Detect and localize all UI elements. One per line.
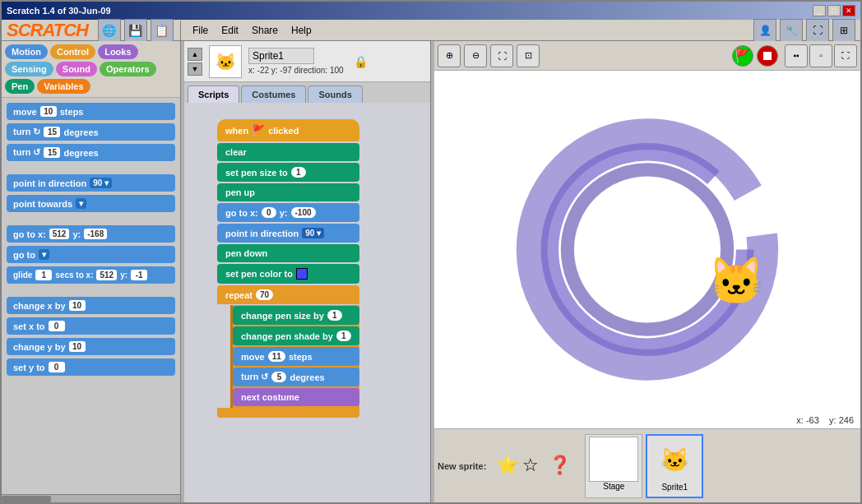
script-tab-bar: Scripts Costumes Sounds [184, 82, 430, 103]
save-icon[interactable]: 💾 [124, 19, 147, 42]
category-tabs: Motion Control Looks Sensing Sound Opera… [2, 41, 180, 98]
sprite-list: Stage 🐱 Sprite1 [585, 434, 703, 498]
block-move-script[interactable]: move 11 steps [233, 347, 359, 366]
title-bar-controls: _ □ ✕ [813, 5, 855, 16]
close-button[interactable]: ✕ [842, 5, 855, 16]
cat-motion[interactable]: Motion [5, 44, 48, 59]
menu-help[interactable]: Help [286, 23, 317, 38]
block-change-pen-shade[interactable]: change pen shade by 1 [233, 326, 359, 345]
sprite-nav-buttons: ▲ ▼ [188, 48, 202, 76]
spacer1 [7, 164, 175, 171]
block-move[interactable]: move 10 steps [7, 103, 175, 120]
menu-edit[interactable]: Edit [216, 23, 243, 38]
block-pen-down[interactable]: pen down [217, 244, 359, 262]
scratch-logo: SCRATCH [7, 20, 88, 41]
block-point-direction[interactable]: point in direction 90 ▾ [7, 174, 175, 192]
tab-costumes[interactable]: Costumes [241, 86, 306, 103]
stage-canvas: 🐱 [434, 71, 860, 428]
block-set-pen-size[interactable]: set pen size to 1 [217, 163, 359, 182]
from-file-button[interactable]: ☆ [522, 455, 545, 478]
block-turn-left[interactable]: turn ↺ 15 degrees [7, 144, 175, 161]
green-flag-button[interactable]: 🚩 [732, 45, 753, 67]
stage-item[interactable]: Stage [585, 434, 642, 498]
sprite1-label: Sprite1 [661, 483, 688, 492]
settings-icon[interactable]: 🔧 [780, 19, 803, 42]
block-goto-xy-script[interactable]: go to x: 0 y: -100 [217, 203, 359, 222]
minimize-button[interactable]: _ [813, 5, 826, 16]
fullscreen-button[interactable]: ⛶ [834, 44, 857, 67]
block-change-pen-size[interactable]: change pen size by 1 [233, 306, 359, 325]
maximize-button[interactable]: □ [827, 5, 841, 16]
block-when-flag[interactable]: when 🚩 clicked [217, 119, 359, 141]
cat-variables[interactable]: Variables [37, 79, 90, 94]
lock-icon: 🔒 [354, 55, 368, 68]
nav-down-button[interactable]: ▼ [188, 62, 202, 76]
sprite-name-area: x: -22 y: -97 direction: 100 [248, 48, 344, 75]
block-goto[interactable]: go to ▾ [7, 246, 175, 263]
stop-button[interactable]: ⏹ [757, 45, 778, 67]
share-icon[interactable]: 📋 [151, 19, 174, 42]
surprise-button[interactable]: ❓ [549, 455, 572, 478]
block-point-dir-script[interactable]: point in direction 90 ▾ [217, 224, 359, 243]
stage-toolbar: ⊕ ⊖ ⛶ ⊡ 🚩 ⏹ ▪▪ ▫ ⛶ [434, 41, 860, 71]
menu-file[interactable]: File [188, 23, 213, 38]
cat-pen[interactable]: Pen [5, 79, 35, 94]
main-area: Motion Control Looks Sensing Sound Opera… [2, 41, 860, 502]
block-goto-xy[interactable]: go to x: 512 y: -168 [7, 225, 175, 243]
stage-y: y: 246 [829, 415, 854, 425]
blocks-list: move 10 steps turn ↻ 15 degrees turn ↺ 1… [2, 98, 180, 494]
block-repeat-end [217, 408, 359, 418]
scrollbar-thumb [2, 496, 51, 502]
color-picker[interactable] [296, 268, 308, 280]
block-turn-script[interactable]: turn ↺ 5 degrees [233, 368, 359, 386]
nav-up-button[interactable]: ▲ [188, 48, 202, 61]
cat-sound[interactable]: Sound [56, 62, 97, 76]
block-change-x[interactable]: change x by 10 [7, 297, 175, 314]
block-clear[interactable]: clear [217, 143, 359, 161]
toolbar-right: 👤 🔧 ⛶ ⊞ [753, 19, 855, 42]
block-turn-right[interactable]: turn ↻ 15 degrees [7, 123, 175, 141]
zoom-in-icon[interactable]: ⊕ [438, 44, 461, 67]
block-pen-up[interactable]: pen up [217, 183, 359, 201]
palette-scrollbar[interactable] [2, 494, 180, 502]
sprite-name-input[interactable] [248, 48, 314, 64]
menu-separator [180, 21, 181, 40]
profile-icon[interactable]: 👤 [753, 19, 776, 42]
block-set-x[interactable]: set x to 0 [7, 317, 175, 335]
presentation-icon[interactable]: ⊞ [832, 19, 855, 42]
block-repeat[interactable]: repeat 70 [217, 285, 359, 304]
spacer3 [7, 287, 175, 294]
block-set-y[interactable]: set y to 0 [7, 358, 175, 376]
block-next-costume[interactable]: next costume [233, 388, 359, 406]
sprite-coords: x: -22 y: -97 direction: 100 [248, 66, 344, 75]
scripts-area[interactable]: when 🚩 clicked clear set pen size to 1 [184, 103, 430, 502]
cat-looks[interactable]: Looks [98, 44, 137, 59]
svg-text:🐱: 🐱 [707, 254, 766, 308]
menu-bar: SCRATCH 🌐 💾 📋 File Edit Share Help 👤 🔧 ⛶… [2, 20, 860, 41]
fullscreen-icon[interactable]: ⛶ [806, 19, 829, 42]
sprite1-item[interactable]: 🐱 Sprite1 [646, 434, 703, 498]
spacer2 [7, 215, 175, 222]
paint-sprite-button[interactable]: ⭐ [496, 455, 519, 478]
block-point-towards[interactable]: point towards ▾ [7, 195, 175, 212]
stage-area: 🐱 x: -63 y: 246 [434, 71, 860, 428]
tab-scripts[interactable]: Scripts [188, 86, 239, 103]
cat-sensing[interactable]: Sensing [5, 62, 53, 76]
fit-icon[interactable]: ⛶ [490, 44, 513, 67]
block-change-y[interactable]: change y by 10 [7, 338, 175, 355]
scripts-panel: ▲ ▼ 🐱 x: -22 y: -97 direction: 100 🔒 Scr… [184, 41, 431, 502]
stage-thumbnail [589, 437, 638, 482]
block-glide[interactable]: glide 1 secs to x: 512 y: -1 [7, 266, 175, 284]
zoom-out-icon[interactable]: ⊖ [464, 44, 487, 67]
sprite1-thumbnail: 🐱 [650, 437, 699, 483]
globe-icon[interactable]: 🌐 [98, 19, 121, 42]
actual-size-icon[interactable]: ⊡ [517, 44, 540, 67]
block-set-pen-color[interactable]: set pen color to [217, 264, 359, 284]
cat-control[interactable]: Control [50, 44, 95, 59]
tab-sounds[interactable]: Sounds [308, 86, 362, 103]
main-window: Scratch 1.4 of 30-Jun-09 _ □ ✕ SCRATCH 🌐… [0, 0, 862, 504]
menu-share[interactable]: Share [247, 23, 283, 38]
cat-operators[interactable]: Operators [100, 62, 156, 76]
small-stage-button[interactable]: ▪▪ [785, 44, 808, 67]
large-stage-button[interactable]: ▫ [809, 44, 832, 67]
